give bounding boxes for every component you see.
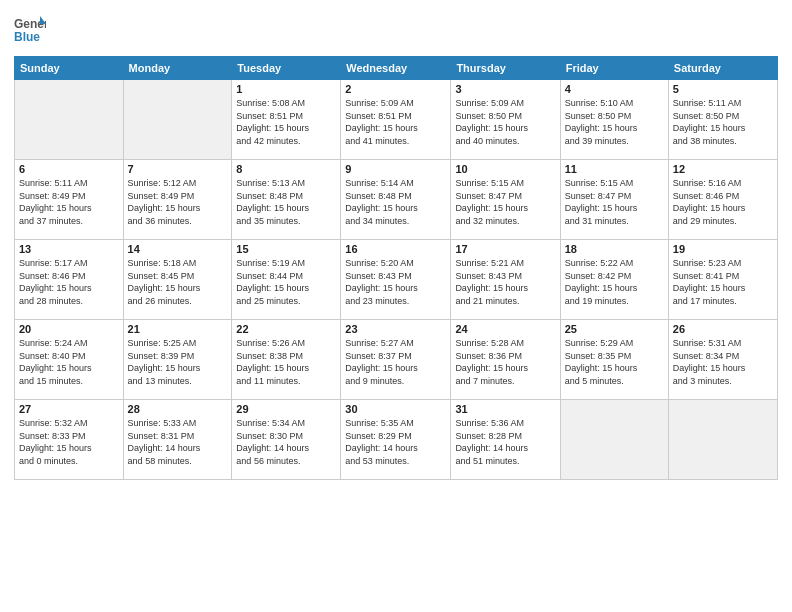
day-info: Sunrise: 5:16 AMSunset: 8:46 PMDaylight:…	[673, 177, 773, 227]
calendar-week-2: 6Sunrise: 5:11 AMSunset: 8:49 PMDaylight…	[15, 160, 778, 240]
weekday-header-friday: Friday	[560, 57, 668, 80]
calendar-cell: 10Sunrise: 5:15 AMSunset: 8:47 PMDayligh…	[451, 160, 560, 240]
day-number: 10	[455, 163, 555, 175]
day-number: 29	[236, 403, 336, 415]
calendar-cell: 28Sunrise: 5:33 AMSunset: 8:31 PMDayligh…	[123, 400, 232, 480]
day-number: 27	[19, 403, 119, 415]
calendar-cell: 19Sunrise: 5:23 AMSunset: 8:41 PMDayligh…	[668, 240, 777, 320]
day-number: 21	[128, 323, 228, 335]
day-number: 3	[455, 83, 555, 95]
calendar-cell: 14Sunrise: 5:18 AMSunset: 8:45 PMDayligh…	[123, 240, 232, 320]
day-number: 5	[673, 83, 773, 95]
day-number: 26	[673, 323, 773, 335]
calendar-week-3: 13Sunrise: 5:17 AMSunset: 8:46 PMDayligh…	[15, 240, 778, 320]
page: General Blue SundayMondayTuesdayWednesda…	[0, 0, 792, 612]
day-number: 9	[345, 163, 446, 175]
day-info: Sunrise: 5:15 AMSunset: 8:47 PMDaylight:…	[455, 177, 555, 227]
day-info: Sunrise: 5:23 AMSunset: 8:41 PMDaylight:…	[673, 257, 773, 307]
calendar-table: SundayMondayTuesdayWednesdayThursdayFrid…	[14, 56, 778, 480]
day-info: Sunrise: 5:09 AMSunset: 8:51 PMDaylight:…	[345, 97, 446, 147]
day-number: 20	[19, 323, 119, 335]
header: General Blue	[14, 10, 778, 50]
day-number: 28	[128, 403, 228, 415]
calendar-cell: 4Sunrise: 5:10 AMSunset: 8:50 PMDaylight…	[560, 80, 668, 160]
day-number: 12	[673, 163, 773, 175]
day-number: 25	[565, 323, 664, 335]
day-info: Sunrise: 5:10 AMSunset: 8:50 PMDaylight:…	[565, 97, 664, 147]
calendar-week-5: 27Sunrise: 5:32 AMSunset: 8:33 PMDayligh…	[15, 400, 778, 480]
day-number: 2	[345, 83, 446, 95]
day-info: Sunrise: 5:09 AMSunset: 8:50 PMDaylight:…	[455, 97, 555, 147]
day-number: 31	[455, 403, 555, 415]
day-number: 23	[345, 323, 446, 335]
calendar-cell: 7Sunrise: 5:12 AMSunset: 8:49 PMDaylight…	[123, 160, 232, 240]
logo-svg: General Blue	[14, 14, 46, 50]
day-info: Sunrise: 5:20 AMSunset: 8:43 PMDaylight:…	[345, 257, 446, 307]
day-number: 6	[19, 163, 119, 175]
day-info: Sunrise: 5:14 AMSunset: 8:48 PMDaylight:…	[345, 177, 446, 227]
weekday-header-wednesday: Wednesday	[341, 57, 451, 80]
calendar-cell: 24Sunrise: 5:28 AMSunset: 8:36 PMDayligh…	[451, 320, 560, 400]
day-info: Sunrise: 5:35 AMSunset: 8:29 PMDaylight:…	[345, 417, 446, 467]
day-info: Sunrise: 5:34 AMSunset: 8:30 PMDaylight:…	[236, 417, 336, 467]
day-number: 14	[128, 243, 228, 255]
day-info: Sunrise: 5:18 AMSunset: 8:45 PMDaylight:…	[128, 257, 228, 307]
calendar-cell: 12Sunrise: 5:16 AMSunset: 8:46 PMDayligh…	[668, 160, 777, 240]
calendar-cell: 27Sunrise: 5:32 AMSunset: 8:33 PMDayligh…	[15, 400, 124, 480]
calendar-cell	[668, 400, 777, 480]
weekday-header-row: SundayMondayTuesdayWednesdayThursdayFrid…	[15, 57, 778, 80]
day-info: Sunrise: 5:29 AMSunset: 8:35 PMDaylight:…	[565, 337, 664, 387]
calendar-cell: 11Sunrise: 5:15 AMSunset: 8:47 PMDayligh…	[560, 160, 668, 240]
day-number: 4	[565, 83, 664, 95]
calendar-cell: 30Sunrise: 5:35 AMSunset: 8:29 PMDayligh…	[341, 400, 451, 480]
calendar-cell: 2Sunrise: 5:09 AMSunset: 8:51 PMDaylight…	[341, 80, 451, 160]
calendar-cell: 8Sunrise: 5:13 AMSunset: 8:48 PMDaylight…	[232, 160, 341, 240]
weekday-header-monday: Monday	[123, 57, 232, 80]
calendar-cell: 20Sunrise: 5:24 AMSunset: 8:40 PMDayligh…	[15, 320, 124, 400]
weekday-header-saturday: Saturday	[668, 57, 777, 80]
day-info: Sunrise: 5:12 AMSunset: 8:49 PMDaylight:…	[128, 177, 228, 227]
day-info: Sunrise: 5:17 AMSunset: 8:46 PMDaylight:…	[19, 257, 119, 307]
calendar-cell: 29Sunrise: 5:34 AMSunset: 8:30 PMDayligh…	[232, 400, 341, 480]
day-number: 19	[673, 243, 773, 255]
day-info: Sunrise: 5:15 AMSunset: 8:47 PMDaylight:…	[565, 177, 664, 227]
day-info: Sunrise: 5:19 AMSunset: 8:44 PMDaylight:…	[236, 257, 336, 307]
day-number: 30	[345, 403, 446, 415]
day-info: Sunrise: 5:21 AMSunset: 8:43 PMDaylight:…	[455, 257, 555, 307]
calendar-cell: 3Sunrise: 5:09 AMSunset: 8:50 PMDaylight…	[451, 80, 560, 160]
day-number: 11	[565, 163, 664, 175]
calendar-cell: 25Sunrise: 5:29 AMSunset: 8:35 PMDayligh…	[560, 320, 668, 400]
day-info: Sunrise: 5:08 AMSunset: 8:51 PMDaylight:…	[236, 97, 336, 147]
calendar-week-1: 1Sunrise: 5:08 AMSunset: 8:51 PMDaylight…	[15, 80, 778, 160]
day-info: Sunrise: 5:22 AMSunset: 8:42 PMDaylight:…	[565, 257, 664, 307]
calendar-week-4: 20Sunrise: 5:24 AMSunset: 8:40 PMDayligh…	[15, 320, 778, 400]
day-number: 13	[19, 243, 119, 255]
calendar-cell: 21Sunrise: 5:25 AMSunset: 8:39 PMDayligh…	[123, 320, 232, 400]
day-info: Sunrise: 5:26 AMSunset: 8:38 PMDaylight:…	[236, 337, 336, 387]
day-number: 16	[345, 243, 446, 255]
calendar-cell	[560, 400, 668, 480]
weekday-header-sunday: Sunday	[15, 57, 124, 80]
calendar-cell	[15, 80, 124, 160]
calendar-cell: 22Sunrise: 5:26 AMSunset: 8:38 PMDayligh…	[232, 320, 341, 400]
day-info: Sunrise: 5:28 AMSunset: 8:36 PMDaylight:…	[455, 337, 555, 387]
day-info: Sunrise: 5:31 AMSunset: 8:34 PMDaylight:…	[673, 337, 773, 387]
day-info: Sunrise: 5:36 AMSunset: 8:28 PMDaylight:…	[455, 417, 555, 467]
day-number: 22	[236, 323, 336, 335]
calendar-cell	[123, 80, 232, 160]
calendar-cell: 13Sunrise: 5:17 AMSunset: 8:46 PMDayligh…	[15, 240, 124, 320]
day-info: Sunrise: 5:24 AMSunset: 8:40 PMDaylight:…	[19, 337, 119, 387]
calendar-cell: 16Sunrise: 5:20 AMSunset: 8:43 PMDayligh…	[341, 240, 451, 320]
calendar-cell: 17Sunrise: 5:21 AMSunset: 8:43 PMDayligh…	[451, 240, 560, 320]
weekday-header-tuesday: Tuesday	[232, 57, 341, 80]
day-info: Sunrise: 5:11 AMSunset: 8:50 PMDaylight:…	[673, 97, 773, 147]
day-number: 24	[455, 323, 555, 335]
calendar-cell: 6Sunrise: 5:11 AMSunset: 8:49 PMDaylight…	[15, 160, 124, 240]
day-number: 15	[236, 243, 336, 255]
day-number: 17	[455, 243, 555, 255]
day-number: 7	[128, 163, 228, 175]
calendar-cell: 9Sunrise: 5:14 AMSunset: 8:48 PMDaylight…	[341, 160, 451, 240]
day-info: Sunrise: 5:13 AMSunset: 8:48 PMDaylight:…	[236, 177, 336, 227]
day-info: Sunrise: 5:25 AMSunset: 8:39 PMDaylight:…	[128, 337, 228, 387]
calendar-cell: 26Sunrise: 5:31 AMSunset: 8:34 PMDayligh…	[668, 320, 777, 400]
